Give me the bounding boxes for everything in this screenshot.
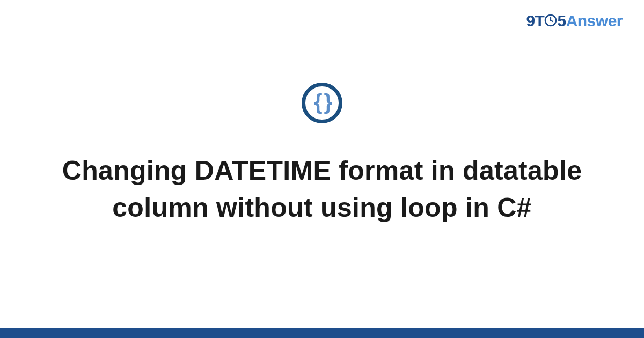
clock-icon xyxy=(544,14,557,27)
page-title: Changing DATETIME format in datatable co… xyxy=(38,152,606,226)
svg-line-2 xyxy=(551,20,553,21)
footer-bar xyxy=(0,328,644,338)
logo-text-answer: Answer xyxy=(566,12,623,30)
logo-text-nine: 9 xyxy=(526,12,535,30)
logo-text-t: T xyxy=(535,12,545,30)
logo-text-five: 5 xyxy=(557,12,566,30)
site-logo: 9T5Answer xyxy=(526,12,623,30)
braces-glyph: { } xyxy=(314,91,330,113)
code-braces-icon: { } xyxy=(302,83,342,123)
